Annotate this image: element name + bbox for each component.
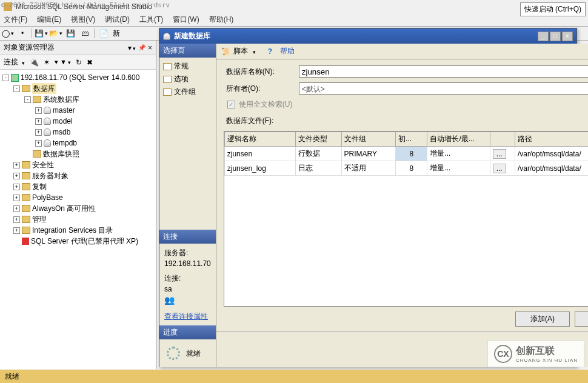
filter-icon[interactable]: ▾ ▼ (55, 58, 71, 66)
panel-menu-icon[interactable]: ▾ (128, 44, 136, 52)
dialog-titlebar[interactable]: 新建数据库 _ □ × (159, 28, 576, 44)
connect-label[interactable]: 连接 (4, 57, 18, 67)
save-icon[interactable]: 💾 (65, 28, 76, 39)
grid-header-cell[interactable]: 初... (396, 132, 427, 147)
tree-management[interactable]: +管理 (1, 214, 155, 225)
tree-polybase[interactable]: +PolyBase (1, 192, 155, 203)
grid-cell[interactable]: zjunsen (224, 147, 295, 161)
grid-cell[interactable]: zjunsen_log (224, 161, 295, 176)
database-icon (44, 118, 51, 125)
script-button[interactable]: 脚本 (233, 46, 248, 56)
ellipsis-button[interactable]: ... (493, 149, 506, 159)
menu-file[interactable]: 文件(F) (4, 15, 27, 25)
table-row[interactable]: zjunsen行数据PRIMARY8增量....../var/opt/mssql… (224, 147, 588, 161)
menu-view[interactable]: 视图(V) (71, 15, 95, 25)
help-button[interactable]: 帮助 (280, 46, 295, 56)
grid-header-cell[interactable]: 文件组 (341, 132, 396, 147)
tree-db-model[interactable]: +model (1, 116, 155, 127)
folder-icon (22, 172, 30, 179)
remove-button[interactable]: 删除(R) (575, 311, 588, 327)
pin-icon[interactable]: 📌 (138, 44, 145, 51)
connection-header: 连接 (159, 230, 216, 244)
grid-header-cell[interactable]: 自动增长/最... (427, 132, 490, 147)
tree-system-dbs[interactable]: -系统数据库 (1, 94, 155, 105)
menu-debug[interactable]: 调试(D) (105, 15, 130, 25)
menubar: 文件(F) 编辑(E) 视图(V) 调试(D) 工具(T) 窗口(W) 帮助(H… (0, 13, 588, 26)
grid-cell[interactable]: 日志 (295, 161, 341, 176)
folder-icon (22, 216, 30, 223)
grid-cell[interactable]: 8 (396, 161, 427, 176)
object-explorer-tree[interactable]: -192.168.11.70 (SQL Server 14.0.600 -数据库… (0, 70, 156, 369)
page-options[interactable]: 选项 (163, 73, 212, 85)
grid-header-cell[interactable] (490, 132, 515, 147)
save-all-icon[interactable]: 💾 (36, 28, 47, 39)
save-all2-icon[interactable]: 🗃 (79, 28, 90, 39)
add-button[interactable]: 添加(A) (515, 311, 570, 327)
grid-cell[interactable]: 增量... (427, 161, 490, 176)
tree-db-msdb[interactable]: +msdb (1, 127, 155, 138)
open-icon[interactable]: 📂 (50, 28, 61, 39)
view-connection-properties-link[interactable]: 查看连接属性 (164, 311, 208, 322)
page-filegroups[interactable]: 文件组 (163, 85, 212, 98)
grid-cell[interactable]: /var/opt/mssql/data/ (515, 147, 589, 161)
tree-replication[interactable]: +复制 (1, 181, 155, 192)
page-list: 常规 选项 文件组 (159, 58, 216, 101)
grid-cell[interactable]: 行数据 (295, 147, 341, 161)
help-icon: ? (268, 47, 276, 56)
doc-icon[interactable]: 📄 (98, 28, 109, 39)
nav-fwd-icon[interactable]: • (17, 28, 28, 39)
connect-dropdown-icon[interactable] (21, 59, 25, 66)
tree-security[interactable]: +安全性 (1, 159, 155, 170)
folder-icon (22, 85, 30, 92)
grid-cell[interactable]: ... (490, 147, 515, 161)
refresh-icon[interactable]: ↻ (76, 58, 82, 67)
menu-window[interactable]: 窗口(W) (173, 15, 199, 25)
menu-help[interactable]: 帮助(H) (209, 15, 234, 25)
dbname-input[interactable] (299, 65, 588, 78)
page-general[interactable]: 常规 (163, 60, 212, 73)
page-icon (163, 76, 172, 83)
grid-cell[interactable]: ... (490, 161, 515, 176)
grid-cell[interactable]: 增量... (427, 147, 490, 161)
tree-alwayson[interactable]: +AlwaysOn 高可用性 (1, 203, 155, 214)
progress-header: 进度 (159, 325, 216, 339)
new-button[interactable]: 新 (113, 28, 120, 39)
tree-server[interactable]: -192.168.11.70 (SQL Server 14.0.600 (1, 72, 155, 83)
owner-input[interactable]: <默认> (299, 82, 588, 95)
menu-edit[interactable]: 编辑(E) (37, 15, 61, 25)
grid-cell[interactable]: /var/opt/mssql/data/ (515, 161, 589, 176)
minimize-button[interactable]: _ (538, 32, 549, 41)
tree-snapshots[interactable]: 数据库快照 (1, 148, 155, 159)
grid-header-cell[interactable]: 路径 (515, 132, 589, 147)
grid-cell[interactable]: 不适用 (341, 161, 396, 176)
brand-name: 创新互联 (516, 345, 578, 358)
conn-server-value: 192.168.11.70 (164, 258, 211, 269)
progress-state: 就绪 (186, 348, 201, 359)
ellipsis-button[interactable]: ... (493, 164, 506, 173)
plug-icon[interactable]: 🔌 (30, 58, 39, 67)
tree-sql-agent[interactable]: SQL Server 代理(已禁用代理 XP) (1, 236, 155, 247)
grid-cell[interactable]: 8 (396, 147, 427, 161)
tree-server-objects[interactable]: +服务器对象 (1, 170, 155, 181)
folder-icon (22, 183, 30, 190)
db-files-grid[interactable]: 逻辑名称文件类型文件组初...自动增长/最...路径 zjunsen行数据PRI… (224, 131, 588, 307)
tree-integration-services[interactable]: +Integration Services 目录 (1, 225, 155, 236)
stop-icon[interactable]: ✖ (87, 58, 93, 67)
tree-db-tempdb[interactable]: +tempdb (1, 138, 155, 148)
menu-tools[interactable]: 工具(T) (139, 15, 163, 25)
server-icon (11, 74, 19, 82)
maximize-button[interactable]: □ (550, 32, 561, 41)
close-icon[interactable]: × (148, 44, 152, 52)
conn-connection-label: 连接: (164, 273, 211, 284)
script-dropdown-icon[interactable] (252, 47, 256, 56)
tree-databases[interactable]: -数据库 (1, 83, 155, 94)
close-button[interactable]: × (562, 32, 573, 41)
grid-header-cell[interactable]: 文件类型 (295, 132, 341, 147)
table-row[interactable]: zjunsen_log日志不适用8增量....../var/opt/mssql/… (224, 161, 588, 176)
grid-cell[interactable]: PRIMARY (341, 147, 396, 161)
nav-back-icon[interactable]: ◯ (2, 28, 13, 39)
disconnect-icon[interactable]: ✶ (44, 58, 50, 67)
tree-db-master[interactable]: +master (1, 105, 155, 116)
quickstart-box[interactable]: 快速启动 (Ctrl+Q) (520, 2, 586, 16)
grid-header-cell[interactable]: 逻辑名称 (224, 132, 295, 147)
